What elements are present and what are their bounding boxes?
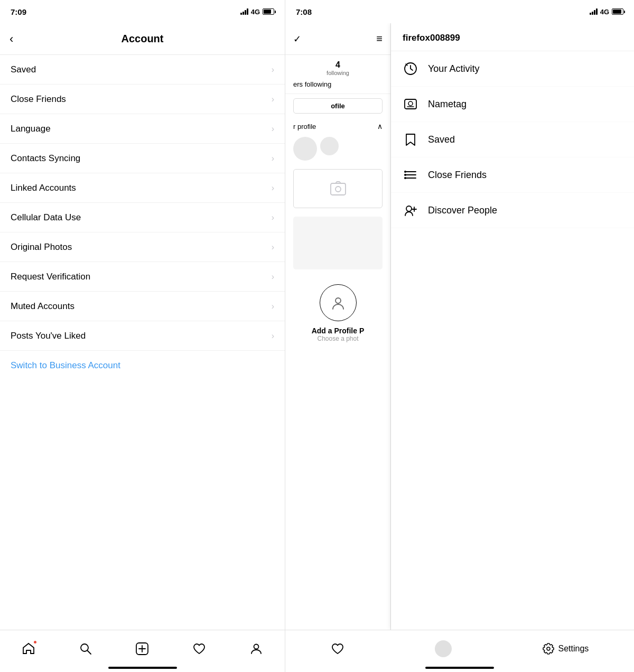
- right-heart-icon: [331, 642, 344, 656]
- photo-placeholder-icon: [330, 180, 347, 197]
- saved-icon: [403, 132, 418, 147]
- photo-placeholder-area: [293, 169, 383, 208]
- account-menu-list: Saved › Close Friends › Language › Conta…: [0, 55, 285, 630]
- right-time: 7:08: [296, 7, 312, 16]
- svg-point-19: [406, 206, 412, 211]
- menu-item-posts-liked-label: Posts You've Liked: [11, 331, 86, 341]
- chevron-icon: ›: [272, 302, 274, 311]
- menu-item-original-photos[interactable]: Original Photos ›: [0, 232, 285, 262]
- menu-item-close-friends[interactable]: Close Friends ›: [0, 85, 285, 114]
- dropdown-item-close-friends[interactable]: Close Friends: [391, 157, 634, 193]
- settings-icon: [542, 642, 555, 655]
- svg-point-8: [335, 298, 341, 303]
- collapse-icon[interactable]: ∧: [377, 122, 383, 130]
- chevron-icon: ›: [272, 242, 274, 252]
- dropdown-item-nametag[interactable]: Nametag: [391, 87, 634, 122]
- nav-add[interactable]: [135, 642, 149, 656]
- nav-notification-dot: [34, 641, 36, 643]
- right-status-bar: 7:08 4G: [285, 0, 634, 23]
- right-nav-profile[interactable]: [435, 640, 452, 657]
- back-button[interactable]: ‹: [10, 32, 13, 46]
- hamburger-icon[interactable]: ≡: [376, 33, 383, 45]
- profile-icon: [249, 642, 263, 656]
- profile-check-icon[interactable]: ✓: [293, 33, 301, 45]
- svg-point-17: [404, 174, 406, 176]
- nav-home[interactable]: [22, 642, 35, 656]
- dropdown-saved-label: Saved: [428, 134, 455, 145]
- home-indicator: [108, 667, 177, 669]
- heart-icon: [192, 642, 206, 656]
- profile-avatar-nav: [435, 640, 452, 657]
- menu-item-linked-accounts-label: Linked Accounts: [11, 183, 76, 193]
- menu-item-cellular-data-label: Cellular Data Use: [11, 212, 81, 223]
- menu-item-saved[interactable]: Saved ›: [0, 55, 285, 85]
- right-nav-settings[interactable]: Settings: [542, 642, 589, 655]
- chevron-icon: ›: [272, 95, 274, 104]
- add-profile-title: Add a Profile P: [312, 326, 365, 335]
- add-icon: [135, 642, 149, 656]
- profile-stats: 4 following ers following: [285, 55, 390, 94]
- profile-section-label: r profile: [293, 123, 316, 130]
- add-profile-section: Add a Profile P Choose a phot: [285, 274, 390, 348]
- nametag-icon: [403, 96, 418, 112]
- right-status-icons: 4G: [590, 8, 623, 16]
- right-battery-icon: [612, 8, 623, 15]
- nav-search[interactable]: [79, 642, 92, 656]
- chevron-icon: ›: [272, 124, 274, 134]
- svg-point-18: [404, 177, 406, 179]
- svg-line-1: [87, 650, 91, 654]
- discover-people-icon: [403, 202, 418, 218]
- menu-item-language-label: Language: [11, 124, 51, 134]
- dropdown-activity-label: Your Activity: [428, 63, 479, 74]
- search-icon: [79, 642, 92, 656]
- svg-point-5: [254, 644, 259, 649]
- right-bottom-nav: Settings: [285, 630, 634, 672]
- svg-point-11: [408, 101, 413, 106]
- profile-column: ✓ ≡ 4 following ers following ofile: [285, 23, 391, 630]
- right-nav-heart[interactable]: [331, 642, 344, 656]
- close-friends-icon: [403, 167, 418, 183]
- edit-profile-button[interactable]: ofile: [293, 98, 383, 114]
- dropdown-item-saved[interactable]: Saved: [391, 122, 634, 157]
- menu-item-cellular-data[interactable]: Cellular Data Use ›: [0, 203, 285, 232]
- dropdown-discover-label: Discover People: [428, 205, 497, 216]
- menu-item-original-photos-label: Original Photos: [11, 242, 72, 253]
- chevron-icon: ›: [272, 154, 274, 163]
- dropdown-close-friends-label: Close Friends: [428, 170, 487, 181]
- right-signal-label: 4G: [600, 8, 609, 16]
- following-label: following: [327, 70, 349, 76]
- left-bottom-nav: [0, 630, 285, 672]
- stats-row: 4 following: [293, 60, 383, 76]
- profile-avatars: [285, 133, 390, 165]
- edit-profile-label: ofile: [331, 102, 345, 110]
- nav-heart[interactable]: [192, 642, 206, 656]
- account-title: Account: [122, 33, 164, 45]
- dropdown-item-activity[interactable]: Your Activity: [391, 51, 634, 87]
- add-profile-subtitle: Choose a phot: [317, 335, 358, 342]
- add-profile-icon: [330, 294, 347, 311]
- chevron-icon: ›: [272, 183, 274, 193]
- avatar-small: [320, 137, 339, 155]
- grid-placeholder: [293, 217, 383, 269]
- menu-item-request-verification[interactable]: Request Verification ›: [0, 262, 285, 292]
- following-count: 4: [327, 60, 349, 70]
- left-status-bar: 7:09 4G: [0, 0, 285, 23]
- menu-item-linked-accounts[interactable]: Linked Accounts ›: [0, 173, 285, 203]
- menu-item-contacts-syncing-label: Contacts Syncing: [11, 153, 80, 164]
- svg-point-7: [335, 186, 341, 192]
- add-profile-button[interactable]: [320, 284, 357, 321]
- menu-item-posts-liked[interactable]: Posts You've Liked ›: [0, 321, 285, 351]
- chevron-icon: ›: [272, 65, 274, 74]
- menu-item-muted-accounts[interactable]: Muted Accounts ›: [0, 292, 285, 321]
- menu-item-contacts-syncing[interactable]: Contacts Syncing ›: [0, 144, 285, 173]
- left-time: 7:09: [11, 7, 26, 16]
- menu-item-language[interactable]: Language ›: [0, 114, 285, 144]
- nav-profile[interactable]: [249, 642, 263, 656]
- menu-item-switch-business[interactable]: Switch to Business Account: [0, 351, 285, 380]
- menu-item-switch-business-label: Switch to Business Account: [11, 360, 120, 371]
- battery-icon: [263, 8, 274, 15]
- chevron-icon: ›: [272, 272, 274, 282]
- signal-bars-icon: [240, 8, 248, 15]
- dropdown-item-discover[interactable]: Discover People: [391, 193, 634, 228]
- profile-section-header: r profile ∧: [285, 118, 390, 133]
